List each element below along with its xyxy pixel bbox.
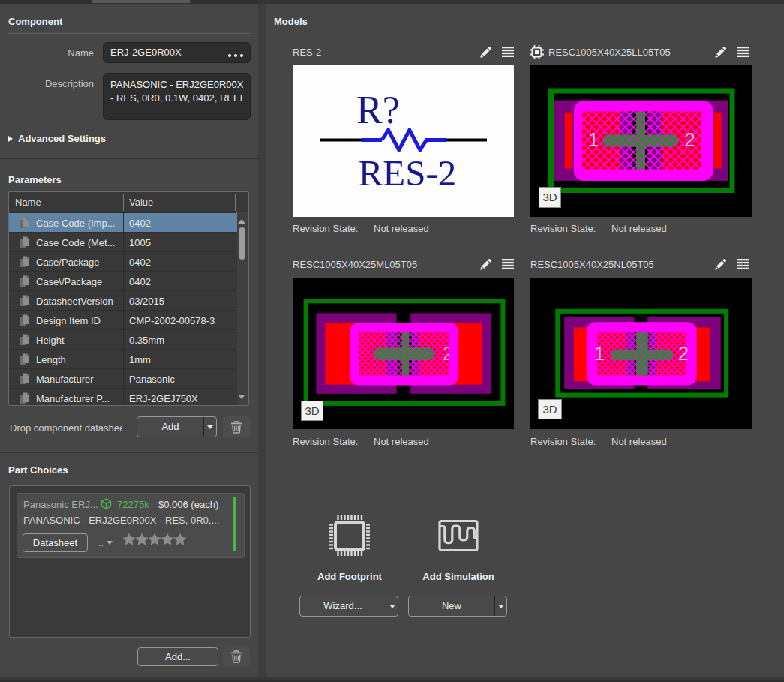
svg-text:1: 1 [594,343,605,364]
svg-text:2: 2 [678,343,689,364]
svg-text:1: 1 [588,128,599,151]
svg-text:2: 2 [684,128,695,151]
